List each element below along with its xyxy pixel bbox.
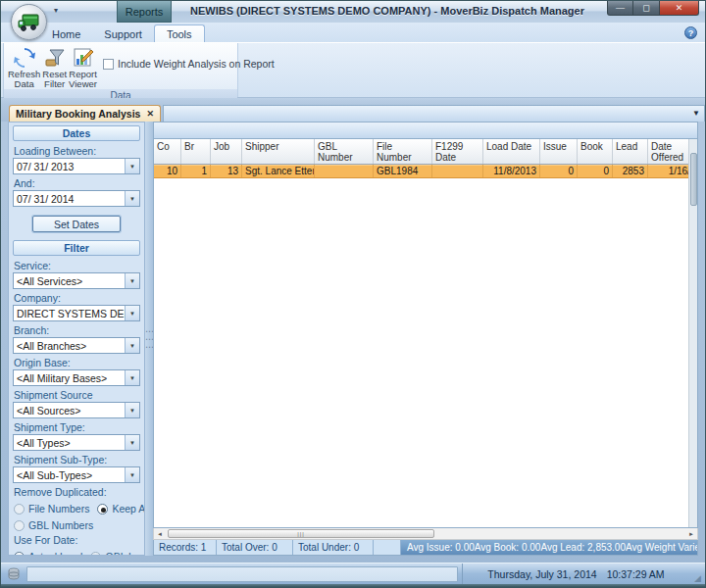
filter-sidebar: Dates Loading Between: 07/ 31/ 2013 ▼ An…	[8, 122, 145, 556]
tab-list-dropdown-icon[interactable]: ▼	[692, 109, 700, 118]
radio-label[interactable]: Actual Load	[28, 551, 82, 556]
resize-grip[interactable]	[689, 564, 701, 584]
grid-cell[interactable]: 1/16/20	[648, 165, 688, 177]
filter-combo-0[interactable]: <All Services>▼	[13, 272, 140, 289]
filter-combo-6[interactable]: <All Sub-Types>▼	[13, 466, 140, 483]
sidebar-splitter-handle[interactable]: ⋮⋮⋮	[145, 122, 153, 556]
close-tab-icon[interactable]: ✕	[146, 109, 154, 119]
column-header[interactable]: Shipper	[242, 139, 315, 164]
column-header[interactable]: Date Offered	[648, 139, 688, 164]
minimize-button[interactable]: —	[607, 1, 633, 16]
radio-actual-load[interactable]	[14, 552, 25, 557]
filter-value[interactable]: <All Sub-Types>	[14, 467, 125, 482]
chevron-down-icon[interactable]: ▼	[125, 435, 139, 450]
column-header[interactable]: Co	[154, 139, 181, 164]
chevron-down-icon[interactable]: ▼	[125, 306, 139, 320]
column-header[interactable]: Lead	[613, 139, 648, 164]
close-button[interactable]: ✕	[660, 1, 699, 16]
date-to-value[interactable]: 07/ 31/ 2014	[14, 191, 125, 206]
vertical-scrollbar-thumb[interactable]	[690, 153, 697, 206]
filter-value[interactable]: <All Types>	[14, 435, 125, 450]
quick-access-dropdown[interactable]: ▾	[54, 6, 58, 15]
refresh-data-button[interactable]: Refresh Data	[8, 45, 40, 89]
maximize-button[interactable]: ◻	[633, 1, 660, 16]
vertical-scrollbar[interactable]	[688, 139, 697, 527]
report-viewer-button[interactable]: Report Viewer	[69, 45, 97, 89]
tab-support[interactable]: Support	[92, 25, 154, 42]
status-message-field	[26, 566, 458, 582]
tab-tools[interactable]: Tools	[154, 24, 205, 42]
grid-cell[interactable]	[315, 165, 374, 177]
grid-cell[interactable]: 1	[181, 165, 211, 177]
radio-keep-all[interactable]	[97, 504, 108, 514]
chevron-down-icon[interactable]: ▼	[125, 403, 139, 417]
grid-selected-row[interactable]: 10113Sgt. Lance EtterGBL198411/8/2013002…	[154, 165, 688, 178]
filter-combo-3[interactable]: <All Military Bases>▼	[13, 369, 140, 386]
filter-value[interactable]: <All Services>	[14, 273, 125, 288]
chevron-down-icon[interactable]: ▼	[125, 273, 139, 288]
reset-filter-button[interactable]: Reset Filter	[42, 45, 67, 89]
horizontal-scrollbar-thumb[interactable]: |||	[168, 529, 434, 538]
column-header[interactable]: Load Date	[483, 139, 540, 164]
filter-value[interactable]: <All Branches>	[14, 338, 125, 353]
date-from-value[interactable]: 07/ 31/ 2013	[14, 159, 125, 173]
dates-section-header[interactable]: Dates	[13, 125, 140, 141]
horizontal-scrollbar[interactable]: ◄ ||| ►	[153, 528, 698, 540]
checkbox-icon[interactable]	[103, 59, 114, 70]
set-dates-button[interactable]: Set Dates	[32, 216, 121, 232]
radio-label[interactable]: GBL Load	[105, 551, 145, 556]
scroll-right-arrow-icon[interactable]: ►	[685, 528, 697, 539]
title-bar[interactable]: ▾ Reports NEWIBS (DIRECT SYSTEMS DEMO CO…	[1, 1, 705, 23]
filter-combo-5[interactable]: <All Types>▼	[13, 434, 140, 451]
radio-gbl-numbers[interactable]	[14, 520, 25, 531]
grid-cell[interactable]: 13	[211, 165, 242, 177]
grid-header: CoBrJobShipperGBL NumberFile NumberF1299…	[154, 139, 688, 165]
column-header[interactable]: GBL Number	[315, 139, 374, 164]
radio-label[interactable]: File Numbers	[28, 503, 89, 514]
filter-value[interactable]: <All Sources>	[14, 403, 125, 417]
chevron-down-icon[interactable]: ▼	[125, 467, 139, 482]
radio-file-numbers[interactable]	[14, 504, 25, 514]
grid-cell[interactable]: GBL1984	[374, 165, 432, 177]
column-header[interactable]: Job	[211, 139, 242, 164]
tab-home[interactable]: Home	[40, 25, 92, 42]
date-to-picker[interactable]: 07/ 31/ 2014 ▼	[13, 190, 140, 207]
column-header[interactable]: Issue	[540, 139, 578, 164]
application-menu-button[interactable]	[11, 4, 47, 40]
filter-combo-1[interactable]: DIRECT SYSTEMS DEMO COM▼	[13, 305, 140, 321]
grid-cell[interactable]: 2853	[613, 165, 648, 177]
help-icon[interactable]: ?	[684, 26, 697, 39]
radio-label[interactable]: GBL Numbers	[28, 519, 93, 531]
scroll-left-arrow-icon[interactable]: ◄	[154, 528, 166, 539]
avg-issue: Avg Issue: 0.00	[407, 542, 475, 553]
tab-military-booking-analysis[interactable]: Military Booking Analysis ✕	[9, 105, 161, 122]
report-chart-icon	[72, 47, 95, 69]
chevron-down-icon[interactable]: ▼	[125, 191, 139, 206]
filter-section-header[interactable]: Filter	[13, 240, 140, 256]
chevron-down-icon[interactable]: ▼	[125, 159, 139, 173]
chevron-down-icon[interactable]: ▼	[125, 370, 139, 385]
ribbon: Refresh Data Reset Filter	[1, 42, 705, 98]
grid-cell[interactable]: 0	[540, 165, 578, 177]
column-header[interactable]: File Number	[374, 139, 432, 164]
grid-cell[interactable]	[432, 165, 483, 177]
filter-value[interactable]: <All Military Bases>	[14, 370, 125, 385]
column-header[interactable]: Br	[181, 139, 211, 164]
radio-label[interactable]: Keep All	[112, 503, 145, 514]
filter-combo-4[interactable]: <All Sources>▼	[13, 402, 140, 418]
column-header[interactable]: Book	[578, 139, 613, 164]
filter-value[interactable]: DIRECT SYSTEMS DEMO COM	[14, 306, 125, 320]
grid-cell[interactable]: 11/8/2013	[483, 165, 540, 177]
column-header[interactable]: F1299 Date	[432, 139, 483, 164]
contextual-tab-reports[interactable]: Reports	[117, 1, 172, 23]
grid-cell[interactable]: 0	[578, 165, 613, 177]
footer-averages: Avg Issue: 0.00 Avg Book: 0.00 Avg Lead:…	[401, 540, 697, 555]
radio-gbl-load[interactable]	[90, 552, 101, 557]
filter-label-1: Company:	[14, 292, 139, 304]
include-weight-analysis-checkbox[interactable]: Include Weight Analysis on Report	[103, 57, 275, 71]
grid-cell[interactable]: 10	[154, 165, 181, 177]
grid-cell[interactable]: Sgt. Lance Etter	[242, 165, 315, 177]
chevron-down-icon[interactable]: ▼	[125, 338, 139, 353]
date-from-picker[interactable]: 07/ 31/ 2013 ▼	[13, 158, 140, 174]
filter-combo-2[interactable]: <All Branches>▼	[13, 337, 140, 354]
